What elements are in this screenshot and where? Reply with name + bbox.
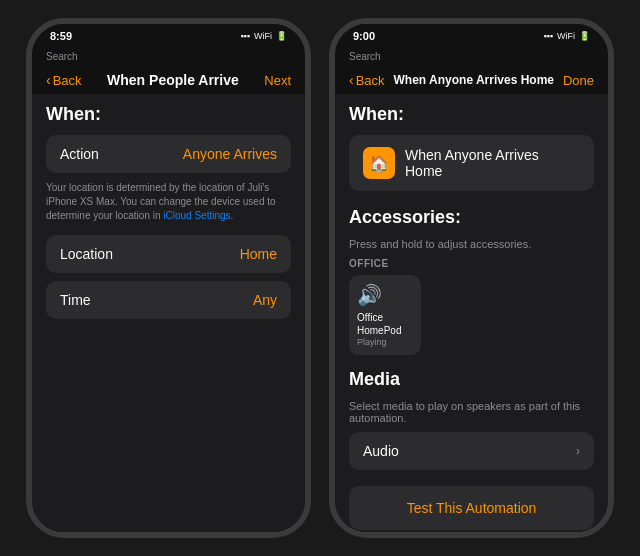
location-description: Your location is determined by the locat… <box>46 181 291 223</box>
homepod-icon: 🔊 <box>357 283 413 307</box>
screen-content-left: When: Action Anyone Arrives Your locatio… <box>32 94 305 532</box>
back-label-right: Back <box>356 73 385 88</box>
icloud-link[interactable]: iCloud Settings <box>163 210 230 221</box>
time-label: Time <box>60 292 91 308</box>
back-chevron-right: ‹ <box>349 72 354 88</box>
done-button-right[interactable]: Done <box>563 73 594 88</box>
status-bar-left: 8:59 ▪▪▪ WiFi 🔋 <box>32 24 305 44</box>
battery-icon: 🔋 <box>276 31 287 41</box>
search-bar-left: Search <box>32 44 305 68</box>
location-value: Home <box>240 246 277 262</box>
status-icons-right: ▪▪▪ WiFi 🔋 <box>543 31 590 41</box>
status-time-left: 8:59 <box>50 30 72 42</box>
media-section: Media Select media to play on speakers a… <box>349 369 594 470</box>
audio-row[interactable]: Audio › <box>349 432 594 470</box>
screen-content-right: When: 🏠 When Anyone Arrives Home Accesso… <box>335 94 608 532</box>
accessories-header: Accessories: <box>349 207 594 228</box>
media-header: Media <box>349 369 594 390</box>
accessory-status: Playing <box>357 337 413 347</box>
wifi-icon-right: WiFi <box>557 31 575 41</box>
nav-title-right: When Anyone Arrives Home <box>394 73 554 87</box>
action-value: Anyone Arrives <box>183 146 277 162</box>
test-automation-button[interactable]: Test This Automation <box>349 486 594 530</box>
accessory-name: Office HomePod <box>357 311 413 337</box>
nav-bar-left: ‹ Back When People Arrive Next <box>32 68 305 94</box>
search-label-right: Search <box>349 51 381 62</box>
nav-title-left: When People Arrive <box>107 72 239 88</box>
phone-right: 9:00 ▪▪▪ WiFi 🔋 Search ‹ Back When Anyon… <box>329 18 614 538</box>
time-value: Any <box>253 292 277 308</box>
home-icon: 🏠 <box>363 147 395 179</box>
back-label-left: Back <box>53 73 82 88</box>
accessories-section: Accessories: Press and hold to adjust ac… <box>349 207 594 355</box>
test-button-label: Test This Automation <box>407 500 537 516</box>
location-row[interactable]: Location Home <box>46 235 291 273</box>
next-button-left[interactable]: Next <box>264 73 291 88</box>
chevron-right-icon: › <box>576 444 580 458</box>
accessory-card[interactable]: 🔊 Office HomePod Playing <box>349 275 421 355</box>
signal-icon-right: ▪▪▪ <box>543 31 553 41</box>
media-sub: Select media to play on speakers as part… <box>349 400 594 424</box>
time-row[interactable]: Time Any <box>46 281 291 319</box>
phone-left: 8:59 ▪▪▪ WiFi 🔋 Search ‹ Back When Peopl… <box>26 18 311 538</box>
when-header-right: When: <box>349 104 594 125</box>
status-icons-left: ▪▪▪ WiFi 🔋 <box>240 31 287 41</box>
signal-icon: ▪▪▪ <box>240 31 250 41</box>
nav-bar-right: ‹ Back When Anyone Arrives Home Done <box>335 68 608 94</box>
office-label: OFFICE <box>349 258 594 269</box>
status-bar-right: 9:00 ▪▪▪ WiFi 🔋 <box>335 24 608 44</box>
back-chevron-left: ‹ <box>46 72 51 88</box>
accessories-sub: Press and hold to adjust accessories. <box>349 238 594 250</box>
location-label: Location <box>60 246 113 262</box>
wifi-icon: WiFi <box>254 31 272 41</box>
back-button-right[interactable]: ‹ Back <box>349 72 385 88</box>
audio-label: Audio <box>363 443 399 459</box>
search-bar-right: Search <box>335 44 608 68</box>
back-button-left[interactable]: ‹ Back <box>46 72 82 88</box>
action-label: Action <box>60 146 99 162</box>
action-row[interactable]: Action Anyone Arrives <box>46 135 291 173</box>
status-time-right: 9:00 <box>353 30 375 42</box>
when-header-left: When: <box>46 104 291 125</box>
search-label-left: Search <box>46 51 78 62</box>
trigger-label: When Anyone Arrives Home <box>405 147 580 179</box>
battery-icon-right: 🔋 <box>579 31 590 41</box>
trigger-card: 🏠 When Anyone Arrives Home <box>349 135 594 191</box>
